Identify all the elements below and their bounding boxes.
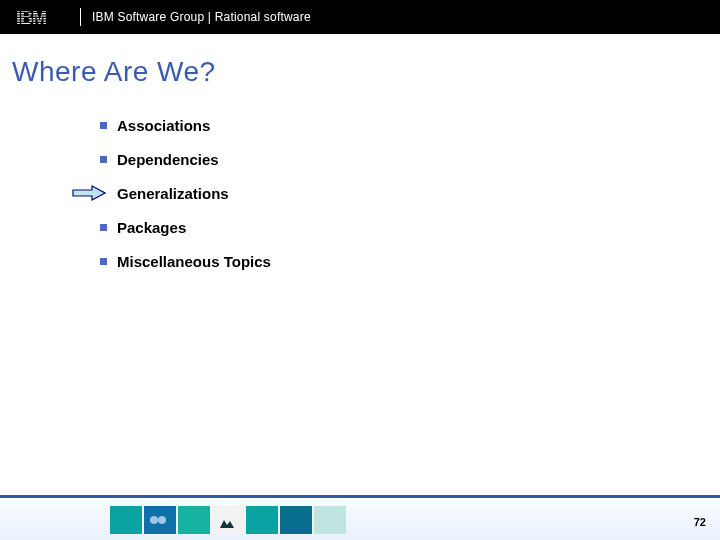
square-bullet-icon xyxy=(100,156,107,163)
list-item-label: Packages xyxy=(117,219,186,236)
header-bar: IBM IBM Software Group | Rational softwa… xyxy=(0,0,720,34)
list-item-label: Miscellaneous Topics xyxy=(117,253,271,270)
svg-rect-5 xyxy=(212,506,244,534)
svg-point-9 xyxy=(150,516,158,524)
list-item-current: Generalizations xyxy=(100,176,660,210)
footer-bar: 72 xyxy=(0,498,720,540)
arrow-right-icon xyxy=(72,185,106,201)
header-divider xyxy=(80,8,81,26)
header-text: IBM Software Group | Rational software xyxy=(92,10,311,24)
list-item: Associations xyxy=(100,108,660,142)
svg-rect-4 xyxy=(178,506,210,534)
svg-rect-7 xyxy=(280,506,312,534)
list-item: Packages xyxy=(100,210,660,244)
page-number: 72 xyxy=(694,516,706,528)
svg-rect-8 xyxy=(314,506,346,534)
svg-point-10 xyxy=(158,516,166,524)
list-item-label: Generalizations xyxy=(117,185,229,202)
ibm-logo: IBM xyxy=(16,8,70,28)
list-item: Dependencies xyxy=(100,142,660,176)
svg-text:IBM: IBM xyxy=(16,8,46,28)
list-item-label: Associations xyxy=(117,117,210,134)
square-bullet-icon xyxy=(100,122,107,129)
list-item-label: Dependencies xyxy=(117,151,219,168)
page-title: Where Are We? xyxy=(12,56,216,88)
svg-rect-6 xyxy=(246,506,278,534)
footer-art xyxy=(110,504,350,536)
square-bullet-icon xyxy=(100,258,107,265)
topic-list: Associations Dependencies Generalization… xyxy=(100,108,660,278)
list-item: Miscellaneous Topics xyxy=(100,244,660,278)
svg-rect-2 xyxy=(110,506,142,534)
square-bullet-icon xyxy=(100,224,107,231)
